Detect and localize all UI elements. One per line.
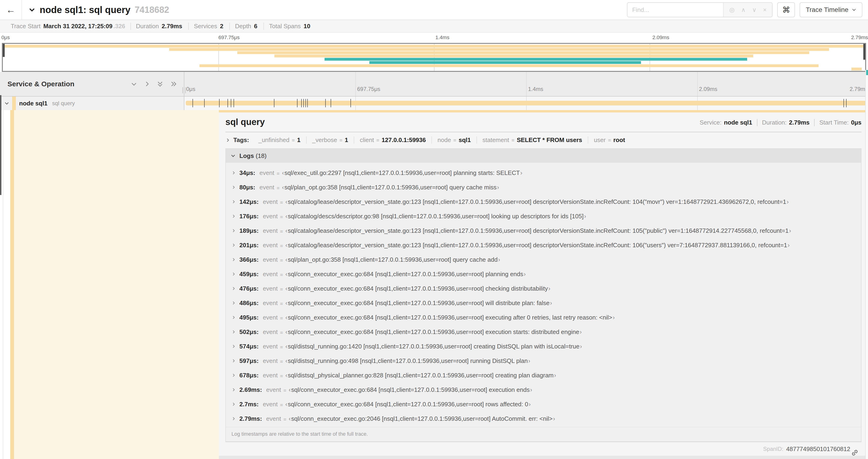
span-service-name: node sql1 bbox=[19, 100, 48, 107]
tag-key: _verbose bbox=[312, 136, 337, 144]
chevron-down-icon[interactable] bbox=[28, 6, 35, 13]
log-entry[interactable]: 366μs: event sql/plan_opt.go:358 [nsql1,… bbox=[226, 252, 861, 267]
log-entry[interactable]: 142μs: event sql/catalog/lease/descripto… bbox=[226, 195, 861, 209]
log-entry[interactable]: 34μs: event sql/exec_util.go:2297 [nsql1… bbox=[226, 166, 861, 180]
chevron-right-icon[interactable] bbox=[231, 243, 236, 247]
log-marker-tick[interactable] bbox=[325, 99, 326, 107]
double-chevron-down-icon[interactable] bbox=[157, 80, 163, 88]
span-meta-label: Duration: bbox=[762, 119, 787, 126]
log-marker-tick[interactable] bbox=[846, 99, 846, 107]
log-marker-tick[interactable] bbox=[350, 99, 351, 107]
logs-header[interactable]: Logs (18) bbox=[226, 149, 861, 163]
log-marker-tick[interactable] bbox=[227, 99, 228, 107]
chevron-down-icon[interactable] bbox=[4, 101, 9, 106]
log-marker-tick[interactable] bbox=[297, 99, 298, 107]
log-entry[interactable]: 201μs: event sql/catalog/lease/descripto… bbox=[226, 238, 861, 252]
log-entry[interactable]: 176μs: event sql/catalog/descs/descripto… bbox=[226, 209, 861, 223]
log-marker-tick[interactable] bbox=[303, 99, 304, 107]
chevron-right-icon[interactable] bbox=[231, 344, 236, 349]
chevron-right-icon[interactable] bbox=[231, 373, 236, 378]
span-duration-bar[interactable] bbox=[186, 101, 866, 105]
command-icon: ⌘ bbox=[782, 5, 790, 14]
next-match-icon[interactable]: ∨ bbox=[752, 6, 756, 13]
chevron-right-icon[interactable] bbox=[231, 359, 236, 363]
equals-sign bbox=[509, 136, 517, 144]
expand-one-icon[interactable] bbox=[144, 81, 150, 87]
chevron-right-icon[interactable] bbox=[231, 388, 236, 392]
chevron-right-icon[interactable] bbox=[231, 229, 236, 233]
log-marker-tick[interactable] bbox=[301, 99, 302, 107]
tags-label: Tags: bbox=[233, 136, 249, 144]
chevron-right-icon[interactable] bbox=[231, 402, 236, 406]
span-row[interactable]: node sql1 sql query bbox=[0, 97, 868, 110]
log-entry[interactable]: 495μs: event sql/conn_executor_exec.go:6… bbox=[226, 310, 861, 325]
log-entry[interactable]: 2.7ms: event sql/conn_executor_exec.go:6… bbox=[226, 397, 861, 412]
span-row-name-column[interactable]: node sql1 sql query bbox=[0, 97, 184, 110]
span-row-timeline[interactable] bbox=[184, 97, 868, 110]
log-entry[interactable]: 459μs: event sql/conn_executor_exec.go:6… bbox=[226, 267, 861, 281]
clear-search-icon[interactable]: × bbox=[763, 6, 767, 13]
tag-item[interactable]: client127.0.0.1:59936 bbox=[354, 136, 432, 144]
log-field-key: event bbox=[266, 386, 281, 393]
summary-value: March 31 2022, 17:25:09 bbox=[43, 23, 113, 30]
chevron-right-icon[interactable] bbox=[231, 200, 236, 204]
log-entry[interactable]: 189μs: event sql/catalog/lease/descripto… bbox=[226, 223, 861, 238]
viewport-drag-handle-left[interactable] bbox=[3, 44, 5, 57]
log-marker-tick[interactable] bbox=[307, 99, 308, 107]
column-resize-grip[interactable] bbox=[183, 87, 186, 93]
chevron-right-icon[interactable] bbox=[231, 301, 236, 305]
log-entry[interactable]: 597μs: event sql/distsql_running.go:498 … bbox=[226, 354, 861, 368]
log-entry[interactable]: 574μs: event sql/distsql_running.go:1420… bbox=[226, 339, 861, 354]
left-scrollbar-thumb[interactable] bbox=[0, 95, 1, 195]
chevron-right-icon[interactable] bbox=[231, 214, 236, 218]
log-marker-tick[interactable] bbox=[231, 99, 231, 107]
minimap-axis-label: 0μs bbox=[0, 35, 10, 41]
log-marker-tick[interactable] bbox=[234, 99, 234, 107]
log-marker-tick[interactable] bbox=[305, 99, 306, 107]
tags-row[interactable]: Tags: _unfinished1 _verbose1 bbox=[225, 136, 862, 144]
log-marker-tick[interactable] bbox=[219, 99, 220, 107]
chevron-right-icon[interactable] bbox=[231, 258, 236, 262]
trace-title-group[interactable]: node sql1: sql query 7418682 bbox=[28, 5, 169, 15]
chevron-right-icon[interactable] bbox=[231, 185, 236, 189]
log-entry[interactable]: 502μs: event sql/conn_executor_exec.go:6… bbox=[226, 325, 861, 339]
chevron-right-icon[interactable] bbox=[225, 138, 230, 142]
chevron-right-icon[interactable] bbox=[231, 272, 236, 276]
minimap-canvas[interactable] bbox=[2, 43, 866, 72]
log-marker-tick[interactable] bbox=[274, 99, 274, 107]
log-entry[interactable]: 2.69ms: event sql/conn_executor_exec.go:… bbox=[226, 383, 861, 397]
viewport-drag-handle-right[interactable] bbox=[863, 44, 865, 60]
tag-item[interactable]: _unfinished1 bbox=[253, 136, 306, 144]
find-input[interactable] bbox=[627, 3, 723, 17]
log-marker-tick[interactable] bbox=[192, 99, 193, 107]
log-field-value: sql/conn_executor_exec.go:684 [nsql1,cli… bbox=[285, 299, 552, 307]
collapse-all-icon[interactable] bbox=[131, 81, 137, 87]
back-button[interactable]: ← bbox=[0, 0, 22, 20]
chevron-right-icon[interactable] bbox=[231, 315, 236, 320]
log-entry[interactable]: 678μs: event sql/distsql_physical_planne… bbox=[226, 368, 861, 383]
log-marker-tick[interactable] bbox=[204, 99, 205, 107]
log-entry[interactable]: 2.79ms: event sql/conn_executor_exec.go:… bbox=[226, 412, 861, 426]
view-selector-button[interactable]: Trace Timeline bbox=[800, 2, 862, 17]
log-entry[interactable]: 476μs: event sql/conn_executor_exec.go:6… bbox=[226, 281, 861, 296]
deep-link-icon[interactable] bbox=[853, 446, 860, 452]
prev-match-icon[interactable]: ∧ bbox=[741, 6, 745, 13]
tag-item[interactable]: nodesql1 bbox=[432, 136, 477, 144]
chevron-right-icon[interactable] bbox=[231, 417, 236, 421]
tag-item[interactable]: userroot bbox=[588, 136, 631, 144]
log-marker-tick[interactable] bbox=[843, 99, 844, 107]
log-entry[interactable]: 80μs: event sql/plan_opt.go:358 [nsql1,c… bbox=[226, 180, 861, 195]
log-entry[interactable]: 486μs: event sql/conn_executor_exec.go:6… bbox=[226, 296, 861, 310]
summary-label: Duration bbox=[136, 23, 159, 30]
tag-item[interactable]: _verbose1 bbox=[307, 136, 354, 144]
chevron-right-icon[interactable] bbox=[231, 286, 236, 291]
tag-item[interactable]: statementSELECT * FROM users bbox=[477, 136, 588, 144]
log-timestamp: 34μs: bbox=[239, 169, 255, 176]
double-chevron-right-icon[interactable] bbox=[170, 81, 177, 87]
chevron-right-icon[interactable] bbox=[231, 330, 236, 334]
right-scrollbar[interactable] bbox=[865, 70, 868, 459]
keyboard-shortcuts-button[interactable]: ⌘ bbox=[777, 2, 795, 17]
locate-icon[interactable]: ◎ bbox=[729, 6, 735, 13]
chevron-right-icon[interactable] bbox=[231, 171, 236, 175]
log-marker-tick[interactable] bbox=[331, 99, 331, 107]
